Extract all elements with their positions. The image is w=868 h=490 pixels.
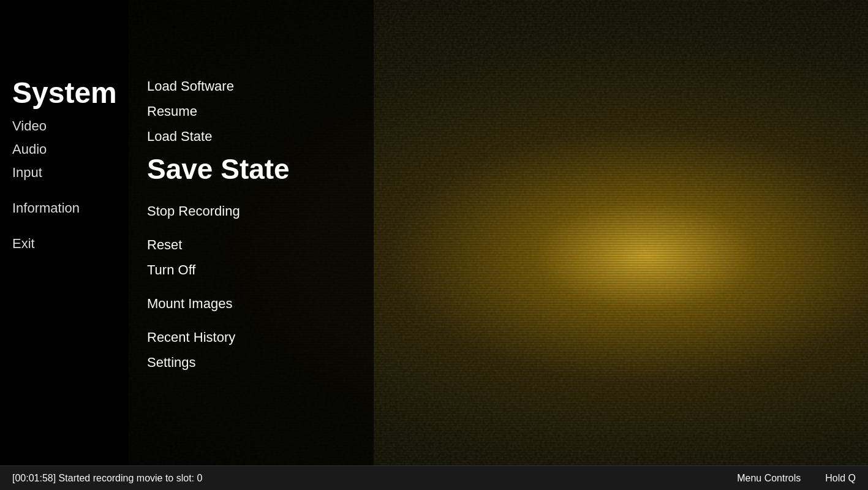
menu-item-load-software[interactable]: Load Software: [147, 74, 374, 99]
sidebar-item-video[interactable]: Video: [0, 115, 129, 138]
menu-item-recent-history[interactable]: Recent History: [147, 325, 374, 350]
status-bar-text: [00:01:58] Started recording movie to sl…: [12, 473, 202, 484]
status-bar: [00:01:58] Started recording movie to sl…: [0, 466, 868, 490]
menu-panel: Load Software Resume Load State Save Sta…: [129, 0, 374, 466]
menu-item-save-state[interactable]: Save State: [147, 149, 374, 190]
menu-item-reset[interactable]: Reset: [147, 232, 374, 257]
sidebar-item-exit[interactable]: Exit: [0, 232, 129, 255]
menu-item-turn-off[interactable]: Turn Off: [147, 257, 374, 282]
sidebar-item-information[interactable]: Information: [0, 197, 129, 220]
menu-item-stop-recording[interactable]: Stop Recording: [147, 198, 374, 224]
menu-item-load-state[interactable]: Load State: [147, 124, 374, 149]
menu-controls-label: Menu Controls: [737, 473, 801, 484]
menu-item-settings[interactable]: Settings: [147, 350, 374, 375]
menu-item-mount-images[interactable]: Mount Images: [147, 291, 374, 316]
menu-item-resume[interactable]: Resume: [147, 99, 374, 124]
sidebar-item-audio[interactable]: Audio: [0, 138, 129, 161]
sidebar-item-system[interactable]: System: [0, 74, 129, 112]
sidebar: System Video Audio Input Information Exi…: [0, 0, 129, 466]
sidebar-item-input[interactable]: Input: [0, 161, 129, 184]
hold-label: Hold Q: [825, 473, 856, 484]
status-bar-controls: Menu Controls Hold Q: [737, 473, 856, 484]
